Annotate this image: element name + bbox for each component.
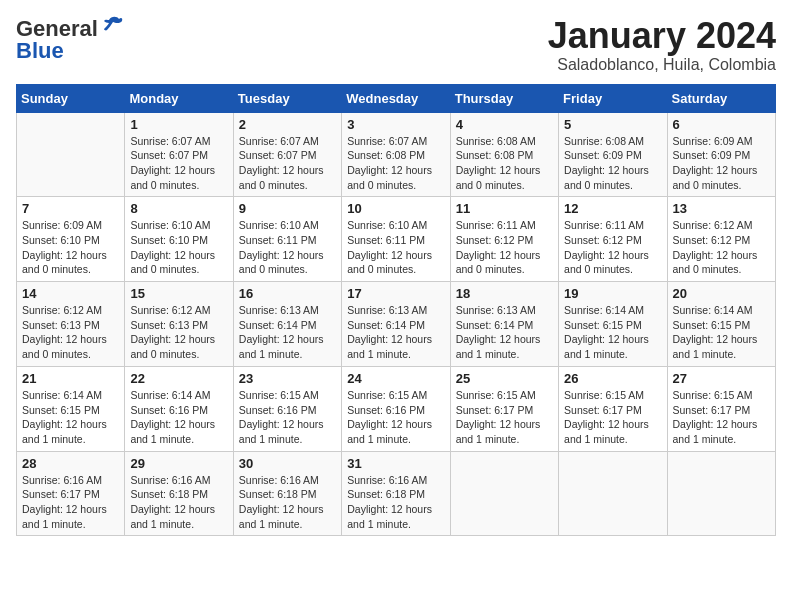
calendar-day-header: Friday <box>559 84 667 112</box>
calendar-cell: 27Sunrise: 6:15 AM Sunset: 6:17 PM Dayli… <box>667 366 775 451</box>
day-info: Sunrise: 6:13 AM Sunset: 6:14 PM Dayligh… <box>456 303 553 362</box>
day-number: 26 <box>564 371 661 386</box>
calendar-cell: 16Sunrise: 6:13 AM Sunset: 6:14 PM Dayli… <box>233 282 341 367</box>
day-info: Sunrise: 6:12 AM Sunset: 6:12 PM Dayligh… <box>673 218 770 277</box>
day-number: 2 <box>239 117 336 132</box>
calendar-week-row: 7Sunrise: 6:09 AM Sunset: 6:10 PM Daylig… <box>17 197 776 282</box>
title-block: January 2024 Saladoblanco, Huila, Colomb… <box>548 16 776 74</box>
day-info: Sunrise: 6:13 AM Sunset: 6:14 PM Dayligh… <box>239 303 336 362</box>
calendar-cell: 17Sunrise: 6:13 AM Sunset: 6:14 PM Dayli… <box>342 282 450 367</box>
day-number: 22 <box>130 371 227 386</box>
calendar-cell: 4Sunrise: 6:08 AM Sunset: 6:08 PM Daylig… <box>450 112 558 197</box>
day-number: 16 <box>239 286 336 301</box>
calendar-cell: 31Sunrise: 6:16 AM Sunset: 6:18 PM Dayli… <box>342 451 450 536</box>
day-info: Sunrise: 6:15 AM Sunset: 6:17 PM Dayligh… <box>673 388 770 447</box>
calendar-cell: 23Sunrise: 6:15 AM Sunset: 6:16 PM Dayli… <box>233 366 341 451</box>
calendar-cell: 18Sunrise: 6:13 AM Sunset: 6:14 PM Dayli… <box>450 282 558 367</box>
day-info: Sunrise: 6:10 AM Sunset: 6:11 PM Dayligh… <box>239 218 336 277</box>
day-info: Sunrise: 6:15 AM Sunset: 6:16 PM Dayligh… <box>239 388 336 447</box>
calendar-day-header: Tuesday <box>233 84 341 112</box>
day-number: 19 <box>564 286 661 301</box>
day-number: 12 <box>564 201 661 216</box>
calendar-header-row: SundayMondayTuesdayWednesdayThursdayFrid… <box>17 84 776 112</box>
calendar-cell: 19Sunrise: 6:14 AM Sunset: 6:15 PM Dayli… <box>559 282 667 367</box>
day-number: 17 <box>347 286 444 301</box>
day-info: Sunrise: 6:12 AM Sunset: 6:13 PM Dayligh… <box>130 303 227 362</box>
day-number: 23 <box>239 371 336 386</box>
calendar-week-row: 1Sunrise: 6:07 AM Sunset: 6:07 PM Daylig… <box>17 112 776 197</box>
day-info: Sunrise: 6:15 AM Sunset: 6:17 PM Dayligh… <box>456 388 553 447</box>
day-number: 9 <box>239 201 336 216</box>
day-info: Sunrise: 6:14 AM Sunset: 6:15 PM Dayligh… <box>564 303 661 362</box>
day-info: Sunrise: 6:10 AM Sunset: 6:10 PM Dayligh… <box>130 218 227 277</box>
calendar-cell: 5Sunrise: 6:08 AM Sunset: 6:09 PM Daylig… <box>559 112 667 197</box>
calendar-cell: 22Sunrise: 6:14 AM Sunset: 6:16 PM Dayli… <box>125 366 233 451</box>
calendar-day-header: Thursday <box>450 84 558 112</box>
day-info: Sunrise: 6:14 AM Sunset: 6:15 PM Dayligh… <box>22 388 119 447</box>
calendar-day-header: Sunday <box>17 84 125 112</box>
calendar-cell: 25Sunrise: 6:15 AM Sunset: 6:17 PM Dayli… <box>450 366 558 451</box>
calendar-cell: 9Sunrise: 6:10 AM Sunset: 6:11 PM Daylig… <box>233 197 341 282</box>
calendar-cell: 10Sunrise: 6:10 AM Sunset: 6:11 PM Dayli… <box>342 197 450 282</box>
day-info: Sunrise: 6:16 AM Sunset: 6:18 PM Dayligh… <box>347 473 444 532</box>
calendar-cell: 7Sunrise: 6:09 AM Sunset: 6:10 PM Daylig… <box>17 197 125 282</box>
day-info: Sunrise: 6:11 AM Sunset: 6:12 PM Dayligh… <box>456 218 553 277</box>
calendar-day-header: Monday <box>125 84 233 112</box>
day-number: 5 <box>564 117 661 132</box>
calendar-cell: 1Sunrise: 6:07 AM Sunset: 6:07 PM Daylig… <box>125 112 233 197</box>
calendar-day-header: Wednesday <box>342 84 450 112</box>
day-number: 11 <box>456 201 553 216</box>
day-number: 14 <box>22 286 119 301</box>
day-number: 27 <box>673 371 770 386</box>
day-number: 7 <box>22 201 119 216</box>
day-number: 20 <box>673 286 770 301</box>
day-number: 31 <box>347 456 444 471</box>
calendar-cell <box>559 451 667 536</box>
day-info: Sunrise: 6:08 AM Sunset: 6:09 PM Dayligh… <box>564 134 661 193</box>
calendar-cell: 11Sunrise: 6:11 AM Sunset: 6:12 PM Dayli… <box>450 197 558 282</box>
day-info: Sunrise: 6:09 AM Sunset: 6:09 PM Dayligh… <box>673 134 770 193</box>
calendar-table: SundayMondayTuesdayWednesdayThursdayFrid… <box>16 84 776 537</box>
page-title: January 2024 <box>548 16 776 56</box>
day-info: Sunrise: 6:15 AM Sunset: 6:17 PM Dayligh… <box>564 388 661 447</box>
day-number: 1 <box>130 117 227 132</box>
calendar-cell <box>667 451 775 536</box>
calendar-cell: 20Sunrise: 6:14 AM Sunset: 6:15 PM Dayli… <box>667 282 775 367</box>
calendar-cell <box>17 112 125 197</box>
day-info: Sunrise: 6:16 AM Sunset: 6:18 PM Dayligh… <box>130 473 227 532</box>
page-subtitle: Saladoblanco, Huila, Colombia <box>548 56 776 74</box>
calendar-cell <box>450 451 558 536</box>
day-number: 24 <box>347 371 444 386</box>
calendar-cell: 12Sunrise: 6:11 AM Sunset: 6:12 PM Dayli… <box>559 197 667 282</box>
logo-blue-text: Blue <box>16 38 64 64</box>
calendar-cell: 6Sunrise: 6:09 AM Sunset: 6:09 PM Daylig… <box>667 112 775 197</box>
day-info: Sunrise: 6:13 AM Sunset: 6:14 PM Dayligh… <box>347 303 444 362</box>
calendar-cell: 30Sunrise: 6:16 AM Sunset: 6:18 PM Dayli… <box>233 451 341 536</box>
day-number: 10 <box>347 201 444 216</box>
day-number: 18 <box>456 286 553 301</box>
calendar-cell: 14Sunrise: 6:12 AM Sunset: 6:13 PM Dayli… <box>17 282 125 367</box>
calendar-cell: 24Sunrise: 6:15 AM Sunset: 6:16 PM Dayli… <box>342 366 450 451</box>
day-number: 4 <box>456 117 553 132</box>
day-number: 15 <box>130 286 227 301</box>
calendar-week-row: 14Sunrise: 6:12 AM Sunset: 6:13 PM Dayli… <box>17 282 776 367</box>
day-info: Sunrise: 6:12 AM Sunset: 6:13 PM Dayligh… <box>22 303 119 362</box>
day-number: 28 <box>22 456 119 471</box>
calendar-week-row: 21Sunrise: 6:14 AM Sunset: 6:15 PM Dayli… <box>17 366 776 451</box>
day-info: Sunrise: 6:07 AM Sunset: 6:07 PM Dayligh… <box>239 134 336 193</box>
day-info: Sunrise: 6:15 AM Sunset: 6:16 PM Dayligh… <box>347 388 444 447</box>
day-number: 21 <box>22 371 119 386</box>
day-info: Sunrise: 6:16 AM Sunset: 6:17 PM Dayligh… <box>22 473 119 532</box>
day-number: 8 <box>130 201 227 216</box>
day-info: Sunrise: 6:09 AM Sunset: 6:10 PM Dayligh… <box>22 218 119 277</box>
day-info: Sunrise: 6:14 AM Sunset: 6:15 PM Dayligh… <box>673 303 770 362</box>
day-info: Sunrise: 6:10 AM Sunset: 6:11 PM Dayligh… <box>347 218 444 277</box>
day-number: 3 <box>347 117 444 132</box>
calendar-cell: 28Sunrise: 6:16 AM Sunset: 6:17 PM Dayli… <box>17 451 125 536</box>
day-info: Sunrise: 6:14 AM Sunset: 6:16 PM Dayligh… <box>130 388 227 447</box>
logo-bird-icon <box>101 16 123 34</box>
calendar-cell: 2Sunrise: 6:07 AM Sunset: 6:07 PM Daylig… <box>233 112 341 197</box>
calendar-cell: 29Sunrise: 6:16 AM Sunset: 6:18 PM Dayli… <box>125 451 233 536</box>
day-info: Sunrise: 6:08 AM Sunset: 6:08 PM Dayligh… <box>456 134 553 193</box>
page-header: General Blue January 2024 Saladoblanco, … <box>16 16 776 74</box>
